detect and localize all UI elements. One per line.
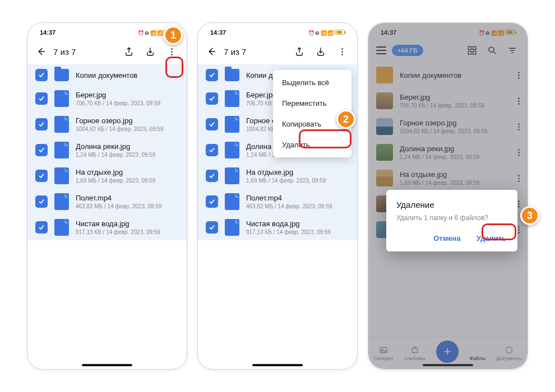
menu-move[interactable]: Переместить [273,93,351,114]
list-item[interactable]: Горное озеро.jpg1004,82 КБ / 14 февр. 20… [27,111,187,137]
bottom-nav: Галерея Альбомы + Файлы Документы [368,337,528,369]
list-item[interactable]: На отдыхе.jpg1,69 МБ / 14 февр. 2023, 09… [27,163,187,189]
checkbox-checked-icon[interactable] [35,92,48,105]
list-item[interactable]: Берег.jpg706,70 КБ / 14 февр. 2023, 09:5… [27,86,187,111]
menu-delete[interactable]: Удалить [273,134,351,155]
item-name: Чистая вода.jpg [76,220,179,228]
more-options-button[interactable] [335,44,349,59]
list-item[interactable]: Долина реки.jpg1,24 МБ / 14 февр. 2023, … [27,137,187,163]
item-more-icon[interactable] [517,72,520,79]
checkbox-checked-icon[interactable] [206,118,218,130]
item-meta: 706,70 КБ / 14 февр. 2023, 09:59 [400,102,511,109]
list-item[interactable]: Копии документов [368,62,528,88]
item-name: Долина реки.jpg [76,142,179,151]
item-meta: 1004,82 КБ / 14 февр. 2023, 09:59 [400,128,511,134]
item-more-icon[interactable] [517,200,520,208]
item-more-icon[interactable] [517,226,520,234]
list-item[interactable]: Полет.mp4463,82 МБ / 14 февр. 2023, 09:5… [198,189,357,214]
menu-icon[interactable] [376,46,386,54]
item-name: Копии документов [400,71,511,80]
list-item[interactable]: На отдыхе.jpg1,69 МБ / 14 февр. 2023, 09… [198,163,357,189]
svg-rect-0 [468,46,471,49]
svg-point-4 [489,47,494,52]
home-indicator [82,364,132,366]
item-more-icon[interactable] [517,149,520,156]
checkbox-checked-icon[interactable] [35,144,48,156]
checkbox-checked-icon[interactable] [206,69,218,81]
phone-screen-3: 14:37 ⏰ ⊖ 📶 📶 72 +64 ГБ Копии документов… [368,22,528,370]
image-thumbnail [376,118,393,135]
list-item[interactable]: Берег.jpg706,70 КБ / 14 февр. 2023, 09:5… [368,88,528,114]
folder-icon [376,67,393,83]
item-name: Копии документов [76,71,179,80]
main-toolbar: +64 ГБ [368,39,528,62]
back-button[interactable] [35,46,47,57]
selection-toolbar: 7 из 7 [198,39,357,64]
item-more-icon[interactable] [517,97,520,105]
nav-files[interactable]: Файлы [469,346,485,361]
list-item[interactable]: Долина реки.jpg1,24 МБ / 14 февр. 2023, … [368,139,528,165]
folder-icon [54,69,69,81]
selection-toolbar: 7 из 7 [27,39,187,64]
checkbox-checked-icon[interactable] [35,195,48,208]
svg-rect-3 [473,52,476,54]
checkbox-checked-icon[interactable] [35,170,48,182]
item-meta: 1004,82 КБ / 14 февр. 2023, 09:59 [76,126,179,132]
status-icons: ⏰ ⊖ 📶 📶 72 [479,30,515,36]
share-icon[interactable] [122,44,136,59]
item-more-icon[interactable] [517,175,520,182]
nav-documents[interactable]: Документы [496,346,522,361]
filter-icon[interactable] [505,43,520,58]
checkbox-checked-icon[interactable] [206,221,218,234]
nav-albums[interactable]: Альбомы [404,346,425,361]
list-item[interactable]: Копии документов [27,64,187,86]
dialog-cancel-button[interactable]: Отмена [432,232,461,245]
search-icon[interactable] [485,43,499,58]
list-item[interactable]: На отдыхе.jpg1,69 МБ / 14 февр. 2023, 09… [368,165,528,191]
more-options-button[interactable] [164,44,179,59]
share-icon[interactable] [292,44,307,59]
file-icon [225,193,239,210]
file-icon [54,142,69,158]
callout-2: 2 [336,110,355,129]
item-name: Полет.mp4 [246,194,349,202]
item-meta: 706,70 КБ / 14 февр. 2023, 09:59 [76,100,179,106]
checkbox-checked-icon[interactable] [206,195,218,208]
storage-offer-pill[interactable]: +64 ГБ [392,45,423,56]
item-more-icon[interactable] [517,123,520,130]
back-button[interactable] [206,46,217,57]
item-name: На отдыхе.jpg [76,168,179,176]
selection-count: 7 из 7 [224,47,285,57]
list-item[interactable]: Чистая вода.jpg917,13 КБ / 14 февр. 2023… [27,214,187,240]
item-name: Горное озеро.jpg [400,119,511,127]
list-item[interactable]: Полет.mp4463,82 МБ / 14 февр. 2023, 09:5… [27,189,187,214]
download-icon[interactable] [143,44,158,59]
file-icon [54,167,69,184]
svg-rect-7 [412,348,417,352]
item-meta: 463,82 МБ / 14 февр. 2023, 09:59 [76,203,179,209]
image-thumbnail [376,144,393,161]
status-time: 14:37 [40,29,55,36]
item-meta: 1,69 МБ / 14 февр. 2023, 09:59 [400,180,511,186]
checkbox-checked-icon[interactable] [35,69,48,81]
item-name: Чистая вода.jpg [246,220,349,228]
download-icon[interactable] [313,44,328,59]
svg-rect-5 [380,347,387,352]
status-bar: 14:37 ⏰ ⊖ 📶 📶 72 [198,23,357,39]
checkbox-checked-icon[interactable] [35,221,48,234]
file-icon [54,90,69,107]
list-item[interactable]: Горное озеро.jpg1004,82 КБ / 14 февр. 20… [368,114,528,139]
nav-gallery[interactable]: Галерея [374,346,394,361]
dialog-title: Удаление [396,200,507,209]
list-item[interactable]: Чистая вода.jpg917,13 КБ / 14 февр. 2023… [198,214,357,240]
checkbox-checked-icon[interactable] [206,170,218,182]
checkbox-checked-icon[interactable] [206,144,218,156]
menu-select-all[interactable]: Выделить всё [273,72,351,93]
grid-view-icon[interactable] [465,43,479,58]
dialog-confirm-button[interactable]: Удалить [475,232,507,245]
item-name: Берег.jpg [400,93,511,101]
folder-icon [225,69,239,81]
checkbox-checked-icon[interactable] [35,118,48,130]
checkbox-checked-icon[interactable] [206,92,218,105]
fab-add-button[interactable]: + [436,340,459,363]
